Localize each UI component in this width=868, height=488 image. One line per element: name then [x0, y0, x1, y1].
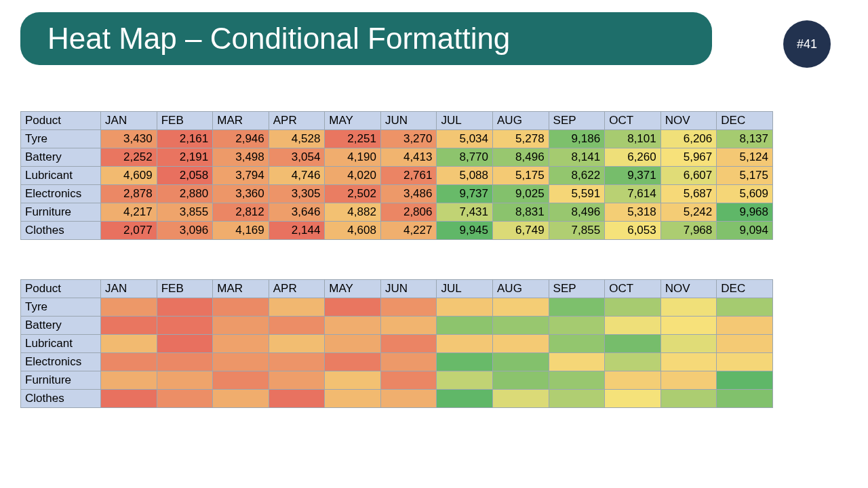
heatmap-cell: 3,270 — [380, 130, 437, 148]
heatmap-cell: 5,034 — [437, 130, 493, 148]
heatmap-cell: 5,278 — [493, 130, 549, 148]
heatmap-cell — [605, 335, 661, 353]
heatmap-cell — [717, 317, 773, 335]
heatmap-cell — [325, 317, 381, 335]
heatmap-cell: 2,251 — [325, 130, 381, 148]
heatmap-cell — [380, 298, 437, 317]
heatmap-colors-only: PoductJANFEBMARAPRMAYJUNJULAUGSEPOCTNOVD… — [20, 279, 773, 408]
heatmap-cell: 7,431 — [437, 203, 493, 222]
table-header-month: MAY — [325, 112, 381, 130]
heatmap-cell: 2,878 — [101, 185, 157, 203]
heatmap-cell — [437, 298, 493, 317]
heatmap-cell — [325, 353, 381, 371]
table-header-month: MAR — [213, 112, 269, 130]
heatmap-cell: 3,305 — [269, 185, 325, 203]
heatmap-cell: 7,614 — [605, 185, 661, 203]
heatmap-cell — [325, 335, 381, 353]
heatmap-cell: 2,252 — [101, 148, 157, 167]
heatmap-cell — [549, 335, 605, 353]
slide: Heat Map – Conditional Formatting #41 Po… — [0, 0, 868, 488]
heatmap-cell: 6,749 — [493, 222, 549, 240]
heatmap-cell — [380, 353, 437, 371]
heatmap-cell — [213, 390, 269, 408]
heatmap-cell — [437, 390, 493, 408]
table-header-month: APR — [269, 280, 325, 298]
table-header-month: SEP — [549, 280, 605, 298]
heatmap-cell — [101, 353, 157, 371]
heatmap-cell — [493, 317, 549, 335]
heatmap-cell — [269, 317, 325, 335]
heatmap-cell — [549, 298, 605, 317]
heatmap-cell: 2,761 — [380, 167, 437, 185]
table-row: Battery — [21, 317, 773, 335]
table-row: Tyre — [21, 298, 773, 317]
heatmap-cell: 5,609 — [717, 185, 773, 203]
table-row: Clothes2,0773,0964,1692,1444,6084,2279,9… — [21, 222, 773, 240]
table-header-product: Poduct — [21, 112, 101, 130]
row-header: Tyre — [21, 298, 101, 317]
slide-number-badge: #41 — [783, 20, 831, 68]
heatmap-cell — [605, 298, 661, 317]
heatmap-cell: 9,968 — [717, 203, 773, 222]
heatmap-cell: 3,096 — [157, 222, 213, 240]
heatmap-cell — [380, 390, 437, 408]
heatmap-cell — [101, 335, 157, 353]
heatmap-cell — [157, 353, 213, 371]
heatmap-cell: 4,169 — [213, 222, 269, 240]
heatmap-cell: 6,607 — [660, 167, 717, 185]
heatmap-cell: 4,020 — [325, 167, 381, 185]
heatmap-cell — [157, 335, 213, 353]
heatmap-cell: 8,622 — [549, 167, 605, 185]
slide-title: Heat Map – Conditional Formatting — [20, 12, 712, 65]
heatmap-cell: 5,124 — [717, 148, 773, 167]
heatmap-cell — [717, 298, 773, 317]
table-header-month: JUN — [380, 112, 437, 130]
heatmap-cell: 8,770 — [437, 148, 493, 167]
heatmap-cell: 5,318 — [605, 203, 661, 222]
heatmap-cell — [157, 298, 213, 317]
heatmap-cell: 7,855 — [549, 222, 605, 240]
heatmap-cell — [213, 335, 269, 353]
table-header-month: DEC — [717, 112, 773, 130]
heatmap-cell: 6,206 — [660, 130, 717, 148]
heatmap-cell: 5,591 — [549, 185, 605, 203]
heatmap-cell: 3,430 — [101, 130, 157, 148]
heatmap-cell — [493, 353, 549, 371]
table-row: Clothes — [21, 390, 773, 408]
heatmap-cell — [101, 298, 157, 317]
heatmap-cell: 5,967 — [660, 148, 717, 167]
heatmap-cell: 2,812 — [213, 203, 269, 222]
row-header: Clothes — [21, 222, 101, 240]
heatmap-cell: 5,175 — [493, 167, 549, 185]
heatmap-cell: 8,141 — [549, 148, 605, 167]
heatmap-cell — [605, 371, 661, 390]
heatmap-cell: 8,496 — [493, 148, 549, 167]
table-header-month: FEB — [157, 280, 213, 298]
heatmap-cell: 4,746 — [269, 167, 325, 185]
heatmap-cell — [493, 371, 549, 390]
heatmap-cell — [437, 317, 493, 335]
heatmap-cell: 9,371 — [605, 167, 661, 185]
heatmap-cell: 8,137 — [717, 130, 773, 148]
row-header: Tyre — [21, 130, 101, 148]
table-header-month: NOV — [660, 112, 717, 130]
heatmap-cell: 8,496 — [549, 203, 605, 222]
heatmap-cell — [493, 335, 549, 353]
heatmap-cell — [437, 335, 493, 353]
table-header-month: FEB — [157, 112, 213, 130]
table-header-month: OCT — [605, 280, 661, 298]
heatmap-cell: 2,880 — [157, 185, 213, 203]
slide-title-text: Heat Map – Conditional Formatting — [47, 22, 510, 56]
heatmap-cell — [213, 371, 269, 390]
heatmap-cell: 9,094 — [717, 222, 773, 240]
heatmap-cell: 5,175 — [717, 167, 773, 185]
heatmap-cell — [493, 390, 549, 408]
heatmap-cell — [269, 353, 325, 371]
heatmap-cell: 8,831 — [493, 203, 549, 222]
heatmap-cell: 2,191 — [157, 148, 213, 167]
heatmap-cell: 8,101 — [605, 130, 661, 148]
heatmap-cell — [717, 353, 773, 371]
table-row: Furniture — [21, 371, 773, 390]
heatmap-cell: 9,737 — [437, 185, 493, 203]
heatmap-cell: 5,242 — [660, 203, 717, 222]
